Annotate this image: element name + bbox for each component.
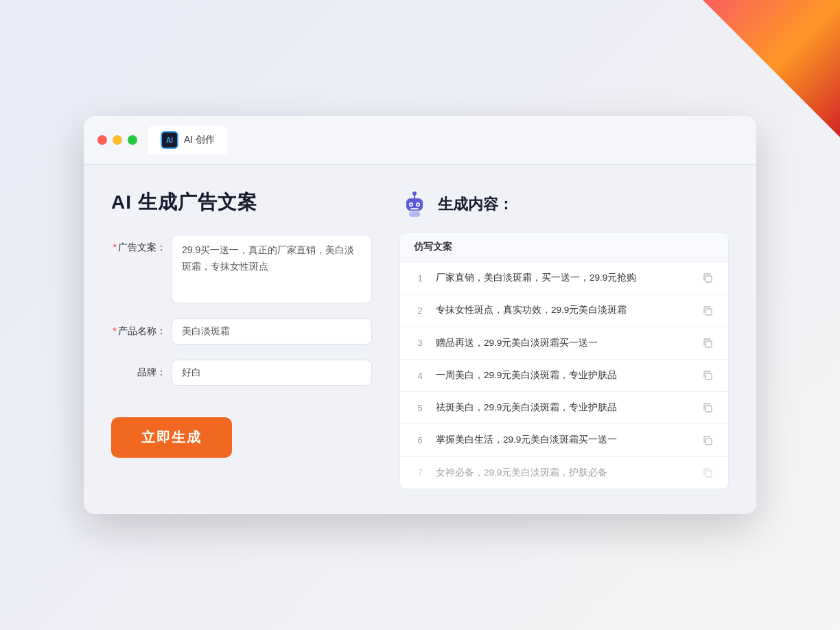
svg-rect-14	[705, 439, 712, 445]
row-text: 女神必备，29.9元美白淡斑霜，护肤必备	[436, 466, 691, 480]
close-button[interactable]	[97, 135, 107, 145]
copy-icon[interactable]	[701, 271, 714, 285]
table-row: 2专抹女性斑点，真实功效，29.9元美白淡斑霜	[400, 294, 728, 327]
copy-icon[interactable]	[701, 401, 714, 415]
row-text: 赠品再送，29.9元美白淡斑霜买一送一	[436, 336, 691, 350]
main-content: AI 生成广告文案 *广告文案： 29.9买一送一，真正的厂家直销，美白淡斑霜，…	[84, 165, 756, 514]
row-text: 厂家直销，美白淡斑霜，买一送一，29.9元抢购	[436, 271, 691, 285]
browser-window: AI AI 创作 AI 生成广告文案 *广告文案： 29.9买一送一，真正的厂家…	[84, 116, 756, 514]
ad-copy-input[interactable]: 29.9买一送一，真正的厂家直销，美白淡斑霜，专抹女性斑点	[172, 235, 372, 303]
svg-rect-9	[705, 276, 712, 282]
minimize-button[interactable]	[113, 135, 122, 145]
copy-icon[interactable]	[701, 466, 714, 480]
row-text: 专抹女性斑点，真实功效，29.9元美白淡斑霜	[436, 303, 691, 317]
product-name-input[interactable]	[172, 318, 372, 345]
row-number: 6	[414, 435, 426, 445]
maximize-button[interactable]	[128, 135, 137, 145]
copy-icon[interactable]	[701, 369, 714, 382]
left-panel: AI 生成广告文案 *广告文案： 29.9买一送一，真正的厂家直销，美白淡斑霜，…	[111, 189, 372, 489]
required-star-ad: *	[113, 242, 117, 253]
row-number: 1	[414, 273, 426, 283]
svg-point-6	[417, 204, 419, 206]
table-header: 仿写文案	[400, 233, 728, 262]
ai-creation-tab[interactable]: AI AI 创作	[148, 126, 227, 154]
svg-rect-12	[705, 373, 712, 380]
product-name-row: *产品名称：	[111, 318, 372, 345]
svg-rect-11	[705, 341, 712, 347]
svg-rect-13	[705, 406, 712, 412]
row-number: 4	[414, 371, 426, 381]
table-row: 3赠品再送，29.9元美白淡斑霜买一送一	[400, 327, 728, 360]
result-title: 生成内容：	[438, 194, 513, 215]
table-row: 5祛斑美白，29.9元美白淡斑霜，专业护肤品	[400, 392, 728, 424]
required-star-product: *	[113, 325, 117, 336]
table-row: 6掌握美白生活，29.9元美白淡斑霜买一送一	[400, 424, 728, 456]
brand-input[interactable]	[172, 360, 372, 386]
svg-rect-7	[410, 208, 419, 210]
row-text: 祛斑美白，29.9元美白淡斑霜，专业护肤品	[436, 401, 691, 415]
row-text: 掌握美白生活，29.9元美白淡斑霜买一送一	[436, 433, 691, 447]
brand-row: 品牌：	[111, 360, 372, 386]
table-row: 4一周美白，29.9元美白淡斑霜，专业护肤品	[400, 360, 728, 392]
product-name-label: *产品名称：	[111, 318, 166, 338]
svg-rect-10	[705, 309, 712, 315]
ad-copy-label: *广告文案：	[111, 235, 166, 254]
table-row: 7女神必备，29.9元美白淡斑霜，护肤必备	[400, 457, 728, 489]
copy-icon[interactable]	[701, 434, 714, 447]
ad-copy-row: *广告文案： 29.9买一送一，真正的厂家直销，美白淡斑霜，专抹女性斑点	[111, 235, 372, 303]
svg-rect-15	[705, 471, 712, 477]
row-number: 3	[414, 338, 426, 348]
tab-label: AI 创作	[184, 134, 215, 146]
generate-button[interactable]: 立即生成	[111, 417, 232, 458]
table-row: 1厂家直销，美白淡斑霜，买一送一，29.9元抢购	[400, 262, 728, 294]
robot-icon	[399, 189, 430, 220]
brand-label: 品牌：	[111, 360, 166, 379]
svg-rect-8	[409, 211, 420, 217]
svg-point-5	[410, 204, 412, 206]
window-controls	[97, 135, 137, 145]
result-header: 生成内容：	[399, 189, 729, 220]
ai-logo-icon: AI	[161, 131, 178, 149]
copy-icon[interactable]	[701, 336, 714, 350]
copy-icon[interactable]	[701, 304, 714, 318]
result-rows: 1厂家直销，美白淡斑霜，买一送一，29.9元抢购 2专抹女性斑点，真实功效，29…	[400, 262, 728, 489]
right-panel: 生成内容： 仿写文案 1厂家直销，美白淡斑霜，买一送一，29.9元抢购 2专抹女…	[399, 189, 729, 489]
row-number: 5	[414, 403, 426, 413]
row-number: 2	[414, 305, 426, 316]
result-table: 仿写文案 1厂家直销，美白淡斑霜，买一送一，29.9元抢购 2专抹女性斑点，真实…	[399, 232, 729, 489]
title-bar: AI AI 创作	[84, 116, 756, 165]
page-title: AI 生成广告文案	[111, 189, 372, 215]
svg-point-0	[412, 191, 417, 196]
row-number: 7	[414, 467, 426, 478]
row-text: 一周美白，29.9元美白淡斑霜，专业护肤品	[436, 369, 691, 382]
